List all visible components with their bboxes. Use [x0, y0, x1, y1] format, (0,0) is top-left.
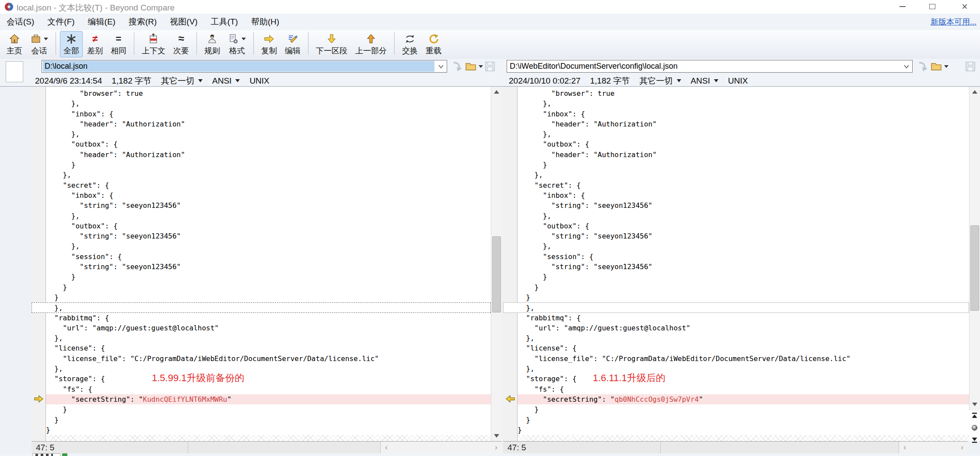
- code-line[interactable]: },: [518, 364, 969, 374]
- code-line[interactable]: }: [46, 160, 491, 170]
- scroll-left-icon[interactable]: ‹: [385, 443, 388, 452]
- code-line[interactable]: },: [32, 302, 491, 312]
- code-line[interactable]: }: [46, 292, 491, 302]
- code-line[interactable]: },: [46, 211, 491, 221]
- toolbar-home-button[interactable]: 主页: [3, 31, 26, 57]
- code-line[interactable]: "inbox": {: [518, 190, 969, 200]
- code-line[interactable]: "fs": {: [46, 384, 491, 394]
- code-line[interactable]: "browser": true: [46, 88, 491, 98]
- scroll-right-icon[interactable]: ›: [961, 443, 963, 452]
- code-line[interactable]: "rabbitmq": {: [518, 313, 969, 323]
- scroll-up-icon[interactable]: [491, 87, 502, 97]
- code-line[interactable]: },: [518, 333, 969, 343]
- maximize-button[interactable]: [920, 0, 945, 13]
- toolbar-differences-button[interactable]: ≠差别: [84, 31, 106, 57]
- code-line[interactable]: "license": {: [46, 343, 491, 353]
- menu-item[interactable]: 编辑(E): [81, 14, 122, 30]
- minimize-button[interactable]: [890, 0, 915, 13]
- code-line[interactable]: }: [518, 282, 969, 292]
- scroll-right-icon[interactable]: ›: [495, 443, 497, 452]
- code-line[interactable]: "string": "seeyon123456": [46, 231, 491, 241]
- left-code-area[interactable]: "browser": true }, "inbox": { "header": …: [46, 87, 491, 441]
- chevron-down-icon[interactable]: [435, 61, 447, 72]
- code-line[interactable]: },: [518, 170, 969, 180]
- right-scrollbar-thumb[interactable]: [970, 225, 979, 311]
- dropdown-caret-icon[interactable]: [242, 38, 246, 42]
- toolbar-sessions-button[interactable]: 会话: [27, 31, 52, 57]
- code-line[interactable]: }: [518, 425, 969, 435]
- code-line[interactable]: }: [46, 425, 491, 435]
- code-line[interactable]: }: [518, 404, 969, 414]
- right-horizontal-scrollbar[interactable]: ‹›: [899, 442, 968, 453]
- code-line[interactable]: },: [518, 98, 969, 109]
- code-line[interactable]: }: [46, 282, 491, 292]
- menu-item[interactable]: 帮助(H): [245, 14, 286, 30]
- code-line[interactable]: "inbox": {: [46, 190, 491, 200]
- left-folder-caret-icon[interactable]: [479, 65, 483, 70]
- code-line[interactable]: "license_file": "C:/ProgramData/iWebEdit…: [518, 354, 969, 364]
- right-code-area[interactable]: "browser": true }, "inbox": { "header": …: [518, 87, 969, 441]
- toolbar-edit-button[interactable]: 编辑: [281, 31, 304, 57]
- code-line[interactable]: "secretString": "KudncQEifYLNT6MxMWRu": [46, 394, 491, 404]
- toolbar-copy-button[interactable]: 复制: [258, 31, 280, 57]
- code-line[interactable]: "secretString": "qb0NhCccOgs0jSw7pVr4": [518, 394, 969, 404]
- toolbar-previous-part-button[interactable]: 上一部分: [352, 31, 390, 57]
- menu-item[interactable]: 会话(S): [0, 14, 41, 30]
- code-line[interactable]: "secret": {: [518, 180, 969, 190]
- code-line[interactable]: }: [46, 404, 491, 414]
- code-line[interactable]: "license": {: [518, 343, 969, 353]
- code-line[interactable]: },: [518, 129, 969, 139]
- left-path-text[interactable]: D:\local.json: [43, 61, 434, 72]
- toolbar-format-button[interactable]: 格式: [224, 31, 249, 57]
- code-line[interactable]: "inbox": {: [46, 109, 491, 119]
- code-line[interactable]: "license_file": "C:/ProgramData/iWebEdit…: [46, 354, 491, 364]
- menu-item[interactable]: 搜索(R): [122, 14, 163, 30]
- code-line[interactable]: }: [518, 292, 969, 302]
- right-path-combo[interactable]: D:\iWebEditor\DocumentServer\config\loca…: [507, 60, 913, 73]
- code-line[interactable]: "header": "Authorization": [518, 119, 969, 129]
- center-current-icon[interactable]: [971, 424, 978, 433]
- right-filter-dropdown[interactable]: 其它一切: [640, 75, 681, 87]
- scroll-down-icon[interactable]: [491, 431, 502, 441]
- code-line[interactable]: "inbox": {: [518, 109, 969, 119]
- toolbar-reload-button[interactable]: 重载: [422, 31, 445, 57]
- code-line[interactable]: "outbox": {: [518, 139, 969, 149]
- new-version-link[interactable]: 新版本可用...: [931, 17, 976, 27]
- session-thumbnail[interactable]: [6, 61, 23, 82]
- code-line[interactable]: "fs": {: [518, 384, 969, 394]
- close-button[interactable]: ×: [952, 0, 977, 13]
- scroll-down-icon[interactable]: [970, 399, 980, 410]
- menu-item[interactable]: 工具(T): [204, 14, 245, 30]
- toolbar-next-section-button[interactable]: 下一区段: [312, 31, 351, 57]
- code-line[interactable]: },: [518, 211, 969, 221]
- toolbar-context-button[interactable]: 上下文: [138, 31, 169, 57]
- chevron-down-icon[interactable]: [901, 61, 912, 72]
- code-line[interactable]: "string": "seeyon123456": [518, 262, 969, 272]
- right-path-text[interactable]: D:\iWebEditor\DocumentServer\config\loca…: [508, 61, 900, 72]
- menu-item[interactable]: 文件(F): [41, 14, 81, 30]
- left-browse-folder-icon[interactable]: [465, 60, 477, 73]
- toolbar-same-button[interactable]: =相同: [107, 31, 130, 57]
- code-line[interactable]: "outbox": {: [518, 221, 969, 231]
- toolbar-swap-button[interactable]: 交换: [399, 31, 421, 57]
- code-line[interactable]: "outbox": {: [46, 221, 491, 231]
- code-line[interactable]: },: [518, 241, 969, 251]
- code-line[interactable]: "rabbitmq": {: [46, 313, 491, 323]
- code-line[interactable]: }: [518, 272, 969, 282]
- code-line[interactable]: "header": "Authorization": [46, 119, 491, 129]
- code-line[interactable]: },: [46, 98, 491, 109]
- right-vertical-scrollbar[interactable]: [969, 87, 980, 410]
- code-line[interactable]: "string": "seeyon123456": [46, 200, 491, 210]
- code-line[interactable]: },: [46, 129, 491, 139]
- scroll-up-icon[interactable]: [970, 87, 980, 97]
- right-folder-caret-icon[interactable]: [944, 65, 948, 70]
- code-line[interactable]: },: [503, 302, 969, 312]
- code-line[interactable]: "session": {: [518, 252, 969, 262]
- left-encoding-dropdown[interactable]: ANSI: [212, 76, 240, 86]
- toolbar-minor-button[interactable]: ≈次要: [170, 31, 192, 57]
- left-vertical-scrollbar[interactable]: [491, 87, 502, 441]
- code-line[interactable]: "secret": {: [46, 180, 491, 190]
- code-line[interactable]: "outbox": {: [46, 139, 491, 149]
- code-line[interactable]: },: [46, 241, 491, 251]
- code-line[interactable]: "string": "seeyon123456": [518, 231, 969, 241]
